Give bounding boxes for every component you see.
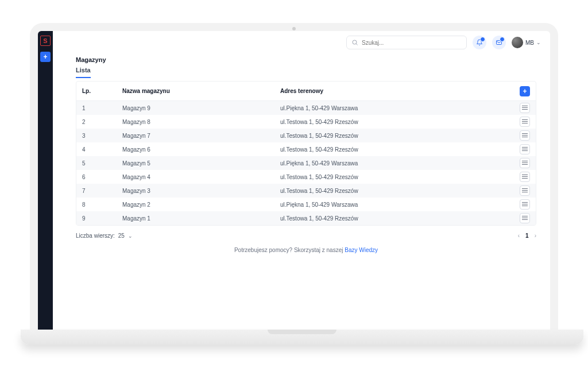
row-menu-button[interactable]	[520, 130, 530, 141]
cell-name: Magazyn 2	[122, 202, 280, 208]
col-lp: Lp.	[82, 88, 122, 94]
cell-lp: 9	[82, 215, 122, 222]
table-row[interactable]: 1Magazyn 9ul.Piękna 1, 50-429 Warszawa	[76, 101, 536, 115]
chevron-down-icon: ⌄	[128, 233, 133, 239]
menu-icon	[522, 161, 528, 165]
messages-button[interactable]	[492, 36, 506, 49]
cell-address: ul.Testowa 1, 50-429 Rzeszów	[280, 119, 501, 125]
rows-label: Liczba wierszy:	[76, 233, 115, 239]
help-line: Potrzebujesz pomocy? Skorzystaj z naszej…	[76, 247, 536, 253]
row-menu-button[interactable]	[520, 103, 530, 113]
pager-next-button[interactable]: ›	[535, 233, 536, 239]
table-body: 1Magazyn 9ul.Piękna 1, 50-429 Warszawa2M…	[76, 101, 536, 225]
svg-line-1	[356, 44, 357, 45]
user-menu[interactable]: MB ⌄	[512, 37, 541, 48]
page-title: Magazyny	[76, 56, 536, 63]
row-menu-button[interactable]	[520, 213, 530, 223]
cell-address: ul.Testowa 1, 50-429 Rzeszów	[280, 146, 501, 153]
content: Magazyny Lista Lp. Nazwa magazynu Adres …	[53, 54, 550, 330]
cell-lp: 8	[82, 202, 122, 208]
cell-address: ul.Piękna 1, 50-429 Warszawa	[280, 160, 501, 167]
pager-current-page: 1	[525, 233, 529, 239]
cell-address: ul.Testowa 1, 50-429 Rzeszów	[280, 133, 501, 139]
menu-icon	[522, 106, 528, 110]
cell-name: Magazyn 7	[122, 133, 280, 139]
search-input[interactable]	[362, 40, 462, 46]
menu-icon	[522, 188, 528, 193]
chevron-down-icon: ⌄	[536, 40, 541, 45]
row-menu-button[interactable]	[520, 144, 530, 154]
search-icon	[351, 39, 358, 46]
table-row[interactable]: 9Magazyn 1ul.Testowa 1, 50-429 Rzeszów	[76, 211, 536, 225]
table-row[interactable]: 3Magazyn 7ul.Testowa 1, 50-429 Rzeszów	[76, 129, 536, 142]
cell-lp: 2	[82, 119, 122, 125]
cell-lp: 4	[82, 146, 122, 153]
menu-icon	[522, 202, 528, 207]
menu-icon	[522, 133, 528, 138]
menu-icon	[522, 147, 528, 152]
table-row[interactable]: 4Magazyn 6ul.Testowa 1, 50-429 Rzeszów	[76, 142, 536, 156]
svg-point-0	[353, 40, 357, 44]
cell-name: Magazyn 3	[122, 188, 280, 194]
row-menu-button[interactable]	[520, 199, 530, 210]
cell-lp: 7	[82, 188, 122, 194]
main-area: MB ⌄ Magazyny Lista Lp. Nazwa magazynu A…	[53, 31, 550, 330]
table-row[interactable]: 6Magazyn 4ul.Testowa 1, 50-429 Rzeszów	[76, 170, 536, 184]
cell-name: Magazyn 4	[122, 174, 280, 180]
menu-icon	[522, 216, 528, 220]
row-menu-button[interactable]	[520, 185, 530, 196]
row-menu-button[interactable]	[520, 158, 530, 168]
rows-value: 25	[118, 233, 125, 239]
warehouses-table: Lp. Nazwa magazynu Adres terenowy + 1Mag…	[76, 81, 536, 226]
pager: ‹ 1 ›	[518, 233, 536, 239]
topbar: MB ⌄	[53, 31, 550, 54]
avatar	[512, 37, 523, 48]
help-text: Potrzebujesz pomocy? Skorzystaj z naszej	[234, 247, 345, 253]
laptop-camera	[292, 27, 296, 30]
table-row[interactable]: 7Magazyn 3ul.Testowa 1, 50-429 Rzeszów	[76, 184, 536, 198]
menu-icon	[522, 175, 528, 179]
cell-address: ul.Testowa 1, 50-429 Rzeszów	[280, 188, 501, 194]
cell-name: Magazyn 6	[122, 146, 280, 153]
cell-address: ul.Testowa 1, 50-429 Rzeszów	[280, 215, 501, 222]
help-link[interactable]: Bazy Wiedzy	[345, 247, 378, 253]
laptop-frame: S + MB ⌄	[30, 23, 558, 344]
tabs: Lista	[76, 67, 536, 79]
add-warehouse-button[interactable]: +	[520, 86, 530, 96]
app-screen: S + MB ⌄	[38, 31, 550, 330]
table-row[interactable]: 5Magazyn 5ul.Piękna 1, 50-429 Warszawa	[76, 156, 536, 170]
notification-button[interactable]	[473, 36, 486, 49]
row-menu-button[interactable]	[520, 172, 530, 182]
rows-per-page-select[interactable]: Liczba wierszy: 25 ⌄	[76, 233, 133, 239]
cell-name: Magazyn 9	[122, 105, 280, 111]
cell-lp: 1	[82, 105, 122, 111]
laptop-base	[21, 330, 583, 344]
cell-lp: 5	[82, 160, 122, 167]
cell-name: Magazyn 1	[122, 215, 280, 222]
menu-icon	[522, 119, 528, 124]
cell-name: Magazyn 5	[122, 160, 280, 167]
cell-address: ul.Piękna 1, 50-429 Warszawa	[280, 105, 501, 111]
bell-icon	[476, 39, 483, 46]
cell-address: ul.Piękna 1, 50-429 Warszawa	[280, 202, 501, 208]
app-logo-icon: S	[40, 36, 51, 46]
col-address: Adres terenowy	[280, 88, 501, 94]
row-menu-button[interactable]	[520, 117, 530, 127]
tab-list[interactable]: Lista	[76, 67, 91, 78]
table-footer: Liczba wierszy: 25 ⌄ ‹ 1 ›	[76, 233, 536, 239]
mail-icon	[496, 39, 502, 46]
search-field[interactable]	[346, 36, 467, 49]
sidebar-add-button[interactable]: +	[40, 52, 51, 62]
user-initials: MB	[525, 40, 534, 46]
table-row[interactable]: 2Magazyn 8ul.Testowa 1, 50-429 Rzeszów	[76, 115, 536, 129]
table-row[interactable]: 8Magazyn 2ul.Piękna 1, 50-429 Warszawa	[76, 198, 536, 211]
table-header-row: Lp. Nazwa magazynu Adres terenowy +	[76, 82, 536, 101]
col-name: Nazwa magazynu	[122, 88, 280, 94]
sidebar: S +	[38, 31, 53, 330]
cell-name: Magazyn 8	[122, 119, 280, 125]
cell-address: ul.Testowa 1, 50-429 Rzeszów	[280, 174, 501, 180]
cell-lp: 6	[82, 174, 122, 180]
cell-lp: 3	[82, 133, 122, 139]
pager-prev-button[interactable]: ‹	[518, 233, 520, 239]
